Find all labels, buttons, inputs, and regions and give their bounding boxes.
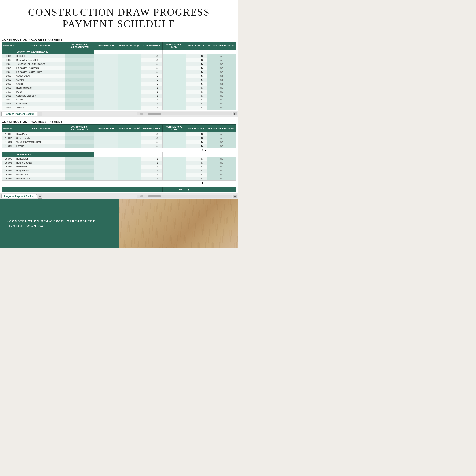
work-cell[interactable] [118,74,141,78]
contract-cell[interactable] [94,106,118,110]
claim-cell[interactable] [162,169,186,172]
claim-cell[interactable] [162,90,186,94]
contractor-cell[interactable] [65,86,94,90]
contract-cell[interactable] [94,140,118,144]
claim-cell[interactable] [162,106,186,110]
contractor-cell[interactable] [65,140,94,144]
work-cell[interactable] [118,140,141,144]
contract-cell[interactable] [94,82,118,86]
contract-cell[interactable] [94,169,118,172]
contract-cell[interactable] [94,70,118,74]
work-cell[interactable] [118,169,141,172]
work-cell[interactable] [118,144,141,148]
contractor-cell[interactable] [65,157,94,161]
claim-cell[interactable] [162,82,186,86]
contract-cell[interactable] [94,157,118,161]
claim-cell[interactable] [162,98,186,102]
contractor-cell[interactable] [65,176,94,181]
work-cell[interactable] [118,54,141,58]
claim-cell[interactable] [162,94,186,98]
contract-cell[interactable] [94,172,118,176]
contractor-cell[interactable] [65,161,94,165]
work-cell[interactable] [118,157,141,161]
contract-cell[interactable] [94,86,118,90]
contract-cell[interactable] [94,144,118,148]
contract-cell[interactable] [94,58,118,62]
contract-cell[interactable] [94,132,118,136]
claim-cell[interactable] [162,165,186,169]
scrollbar-2[interactable] [148,195,161,197]
claim-cell[interactable] [162,58,186,62]
contractor-cell[interactable] [65,78,94,82]
contract-cell[interactable] [94,78,118,82]
contractor-cell[interactable] [65,102,94,106]
claim-cell[interactable] [162,74,186,78]
contractor-cell[interactable] [65,106,94,110]
contractor-cell[interactable] [65,98,94,102]
claim-cell[interactable] [162,172,186,176]
contract-cell[interactable] [94,136,118,140]
claim-cell[interactable] [162,86,186,90]
claim-cell[interactable] [162,102,186,106]
work-cell[interactable] [118,62,141,66]
claim-cell[interactable] [162,140,186,144]
contractor-cell[interactable] [65,82,94,86]
contractor-cell[interactable] [65,66,94,70]
contract-cell[interactable] [94,98,118,102]
scrollbar-1[interactable] [148,113,161,115]
contractor-cell[interactable] [65,132,94,136]
contractor-cell[interactable] [65,54,94,58]
tab-progress-payment-2[interactable]: Progress Payment Backup [1,194,37,198]
work-cell[interactable] [118,102,141,106]
contract-cell[interactable] [94,165,118,169]
contract-cell[interactable] [94,74,118,78]
claim-cell[interactable] [162,136,186,140]
tab-progress-payment-1[interactable]: Progress Payment Backup [1,112,37,116]
work-cell[interactable] [118,86,141,90]
contract-cell[interactable] [94,66,118,70]
contract-cell[interactable] [94,90,118,94]
work-cell[interactable] [118,82,141,86]
work-cell[interactable] [118,165,141,169]
contract-cell[interactable] [94,176,118,181]
work-cell[interactable] [118,161,141,165]
work-cell[interactable] [118,66,141,70]
contractor-cell[interactable] [65,136,94,140]
work-cell[interactable] [118,106,141,110]
contract-cell[interactable] [94,161,118,165]
claim-cell[interactable] [162,70,186,74]
contract-cell[interactable] [94,102,118,106]
contractor-cell[interactable] [65,169,94,172]
contract-cell[interactable] [94,62,118,66]
tab-add-button-2[interactable]: + [38,194,42,199]
contract-cell[interactable] [94,94,118,98]
work-cell[interactable] [118,94,141,98]
claim-cell[interactable] [162,54,186,58]
work-cell[interactable] [118,70,141,74]
claim-cell[interactable] [162,132,186,136]
contractor-cell[interactable] [65,172,94,176]
contract-cell[interactable] [94,54,118,58]
claim-cell[interactable] [162,66,186,70]
work-cell[interactable] [118,132,141,136]
contractor-cell[interactable] [65,74,94,78]
claim-cell[interactable] [162,157,186,161]
tab-add-button-1[interactable]: + [38,112,42,116]
work-cell[interactable] [118,58,141,62]
work-cell[interactable] [118,176,141,181]
claim-cell[interactable] [162,62,186,66]
contractor-cell[interactable] [65,144,94,148]
claim-cell[interactable] [162,78,186,82]
contractor-cell[interactable] [65,165,94,169]
claim-cell[interactable] [162,161,186,165]
work-cell[interactable] [118,90,141,94]
contractor-cell[interactable] [65,58,94,62]
contractor-cell[interactable] [65,94,94,98]
work-cell[interactable] [118,98,141,102]
work-cell[interactable] [118,136,141,140]
claim-cell[interactable] [162,176,186,181]
contractor-cell[interactable] [65,90,94,94]
claim-cell[interactable] [162,144,186,148]
contractor-cell[interactable] [65,62,94,66]
contractor-cell[interactable] [65,70,94,74]
